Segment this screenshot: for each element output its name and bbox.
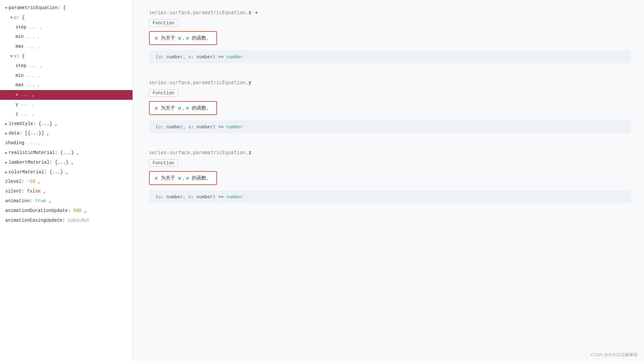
section-x: series-surface.parametricEquation.x ◄ Fu… bbox=[133, 0, 644, 70]
type-badge-y: Function bbox=[149, 89, 178, 97]
desc-y-u: u bbox=[178, 106, 181, 111]
sidebar-item-v-max[interactable]: max ... , bbox=[0, 80, 132, 90]
section-z-path: series-surface.parametricEquation.z bbox=[149, 150, 251, 156]
desc-z-u: u bbox=[178, 176, 181, 181]
sidebar-item-lambertMaterial[interactable]: lambertMaterial: {...} , bbox=[0, 158, 132, 168]
content-area: series-surface.parametricEquation.x ◄ Fu… bbox=[133, 0, 644, 361]
desc-x-comma: ， bbox=[181, 36, 186, 41]
sidebar-label-u: u bbox=[14, 15, 17, 20]
description-box-y: x 为关于 u，v 的函数。 bbox=[149, 101, 217, 115]
sidebar-item-shading[interactable]: shading ... , bbox=[0, 138, 132, 148]
sidebar-item-x[interactable]: x ... , bbox=[0, 90, 132, 100]
collapse-arrow-x[interactable]: ◄ bbox=[255, 10, 257, 15]
sidebar: parametricEquation: { u: { step ... , mi… bbox=[0, 0, 133, 361]
desc-x-suffix: 的函数。 bbox=[189, 36, 211, 41]
sidebar-item-animation[interactable]: animation: true , bbox=[0, 196, 132, 206]
arrow-right-icon bbox=[5, 150, 7, 156]
sidebar-item-data[interactable]: data: [{...}] , bbox=[0, 129, 132, 138]
sidebar-item-colorMaterial[interactable]: colorMaterial: {...} , bbox=[0, 168, 132, 177]
sidebar-label-v: v bbox=[14, 53, 17, 59]
section-z: series-surface.parametricEquation.z Func… bbox=[133, 140, 644, 210]
sidebar-item-realisticMaterial[interactable]: realisticMaterial: {...} , bbox=[0, 148, 132, 158]
arrow-down-icon bbox=[10, 53, 13, 60]
path-prefix-y: series-surface.parametricEquation. bbox=[149, 80, 248, 86]
desc-y-comma: ， bbox=[181, 106, 186, 111]
path-letter-x: x bbox=[248, 10, 251, 16]
path-prefix-z: series-surface.parametricEquation. bbox=[149, 150, 248, 156]
sidebar-item-y[interactable]: y ... , bbox=[0, 100, 132, 110]
desc-x-u: u bbox=[178, 36, 181, 41]
desc-x-prefix: x 为关于 bbox=[155, 36, 178, 41]
section-x-path: series-surface.parametricEquation.x bbox=[149, 10, 251, 16]
desc-z-v: v bbox=[186, 176, 189, 181]
desc-x-v: v bbox=[186, 36, 189, 41]
signature-box-z: (u: number, v: number) => number bbox=[149, 190, 631, 203]
section-x-header: series-surface.parametricEquation.x ◄ bbox=[149, 10, 631, 16]
arrow-right-icon bbox=[5, 160, 7, 166]
section-y: series-surface.parametricEquation.y Func… bbox=[133, 70, 644, 140]
section-z-header: series-surface.parametricEquation.z bbox=[149, 150, 631, 156]
desc-z-suffix: 的函数。 bbox=[189, 176, 211, 181]
path-letter-z: z bbox=[248, 150, 251, 156]
watermark: CSDN @长剑浣花嘛嘛哦 bbox=[591, 352, 638, 358]
sidebar-item-u-step[interactable]: step ... , bbox=[0, 23, 132, 32]
path-letter-y: y bbox=[248, 80, 251, 86]
desc-y-v: v bbox=[186, 106, 189, 111]
sidebar-item-v-step[interactable]: step ... , bbox=[0, 61, 132, 71]
sidebar-item-animationEasingUpdate[interactable]: animationEasingUpdate: cubicOut bbox=[0, 216, 132, 226]
type-badge-z: Function bbox=[149, 159, 178, 167]
type-badge-x: Function bbox=[149, 19, 178, 27]
arrow-right-icon bbox=[5, 169, 7, 176]
desc-z-prefix: x 为关于 bbox=[155, 176, 178, 181]
sidebar-item-itemStyle[interactable]: itemStyle: {...} , bbox=[0, 119, 132, 129]
watermark-text: CSDN @长剑浣花嘛嘛哦 bbox=[591, 352, 638, 357]
sidebar-item-z[interactable]: z ... , bbox=[0, 110, 132, 119]
arrow-right-icon bbox=[5, 131, 7, 137]
sidebar-item-u[interactable]: u: { bbox=[0, 13, 132, 23]
path-prefix-x: series-surface.parametricEquation. bbox=[149, 10, 248, 16]
arrow-down-icon bbox=[10, 15, 13, 21]
desc-y-suffix: 的函数。 bbox=[189, 106, 211, 111]
sidebar-item-v[interactable]: v: { bbox=[0, 52, 132, 61]
arrow-down-icon bbox=[5, 5, 7, 11]
sidebar-item-v-min[interactable]: min ... , bbox=[0, 71, 132, 81]
sidebar-item-u-max[interactable]: max ... , bbox=[0, 42, 132, 52]
description-box-x: x 为关于 u，v 的函数。 bbox=[149, 31, 217, 45]
sidebar-item-parametricEquation[interactable]: parametricEquation: { bbox=[0, 3, 132, 13]
desc-z-comma: ， bbox=[181, 176, 186, 181]
sidebar-item-u-min[interactable]: min ... , bbox=[0, 32, 132, 42]
sidebar-item-silent[interactable]: silent: false , bbox=[0, 187, 132, 196]
signature-box-y: (u: number, v: number) => number bbox=[149, 120, 631, 133]
sidebar-item-zlevel[interactable]: zlevel: -10 , bbox=[0, 177, 132, 187]
arrow-right-icon bbox=[5, 121, 7, 127]
desc-y-prefix: x 为关于 bbox=[155, 106, 178, 111]
sidebar-label-parametricEquation: parametricEquation: { bbox=[9, 5, 66, 10]
section-y-header: series-surface.parametricEquation.y bbox=[149, 80, 631, 86]
sidebar-item-animationDurationUpdate[interactable]: animationDurationUpdate: 500 , bbox=[0, 206, 132, 216]
description-box-z: x 为关于 u，v 的函数。 bbox=[149, 171, 217, 185]
signature-box-x: (u: number, v: number) => number bbox=[149, 50, 631, 63]
section-y-path: series-surface.parametricEquation.y bbox=[149, 80, 251, 86]
